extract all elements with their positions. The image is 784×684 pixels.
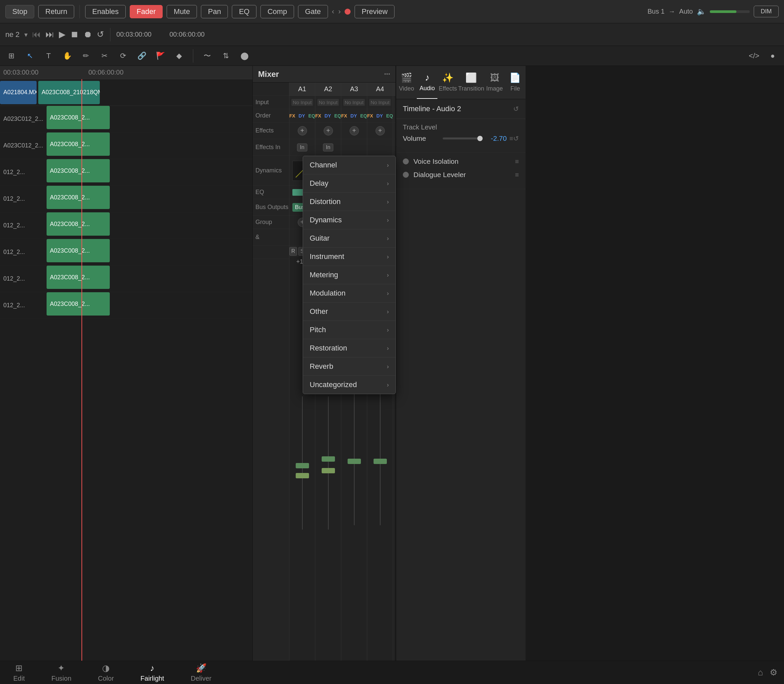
dropdown-item-reverb[interactable]: Reverb ›: [303, 358, 396, 376]
dropdown-item-distortion[interactable]: Distortion ›: [303, 193, 396, 211]
volume-slider-knob[interactable]: [477, 136, 483, 141]
fader-button[interactable]: Fader: [130, 5, 163, 18]
audio-track-content-3[interactable]: A023C008_2...: [47, 159, 253, 186]
dot-tool[interactable]: ●: [767, 50, 779, 62]
next-arrow[interactable]: ›: [338, 7, 341, 16]
tab-audio[interactable]: ♪ Audio: [417, 66, 438, 99]
tab-effects[interactable]: ✨ Effects: [438, 66, 458, 99]
volume-menu-icon[interactable]: ≡: [509, 135, 513, 142]
bottom-tab-fairlight[interactable]: ♪ Fairlight: [127, 663, 177, 682]
ch-A1-add-effect[interactable]: +: [298, 126, 307, 136]
dropdown-item-other[interactable]: Other ›: [303, 303, 396, 321]
volume-reset-icon[interactable]: ↺: [513, 134, 519, 142]
audio-track-content-2[interactable]: A023C008_2...: [47, 132, 253, 159]
link-tool[interactable]: 🔗: [136, 50, 148, 62]
enables-button[interactable]: Enables: [85, 5, 126, 18]
pen-tool[interactable]: ✏: [80, 50, 92, 62]
mixer-menu-dots[interactable]: ···: [384, 70, 390, 79]
bottom-tab-edit[interactable]: ⊞ Edit: [0, 663, 38, 682]
wave-tool[interactable]: 〜: [201, 50, 213, 62]
dialogue-leveler-dot[interactable]: [403, 172, 409, 178]
stop-tb-button[interactable]: ⏹: [70, 29, 79, 40]
ch-A2-fader-handle[interactable]: [322, 457, 335, 461]
dropdown-item-guitar[interactable]: Guitar ›: [303, 229, 396, 248]
rewind-button[interactable]: ⏮: [32, 29, 41, 40]
tab-transition[interactable]: ⬜ Transition: [458, 66, 484, 99]
audio-track-content-8[interactable]: A023C008_2...: [47, 292, 253, 319]
ch-A2-fader-handle2[interactable]: [322, 468, 335, 473]
audio-clip-4[interactable]: A023C008_2...: [47, 186, 110, 209]
dim-button[interactable]: DIM: [754, 6, 779, 17]
mute-button[interactable]: Mute: [167, 5, 197, 18]
audio-track-content-4[interactable]: A023C008_2...: [47, 186, 253, 212]
tab-video[interactable]: 🎬 Video: [396, 66, 417, 99]
voice-isolation-dot[interactable]: [403, 158, 409, 165]
dropdown-item-instrument[interactable]: Instrument ›: [303, 248, 396, 266]
audio-clip-3[interactable]: A023C008_2...: [47, 159, 110, 182]
clip-video-2[interactable]: A023C008_210218QM.MXF: [38, 81, 100, 104]
marker-tool[interactable]: ◆: [173, 50, 185, 62]
ch-A2-add-effect[interactable]: +: [324, 126, 333, 136]
audio-clip-1[interactable]: A023C008_2...: [47, 106, 110, 129]
return-button[interactable]: Return: [38, 5, 74, 18]
stop-button[interactable]: Stop: [5, 5, 34, 18]
undo-icon[interactable]: ↺: [513, 105, 519, 113]
flag-tool[interactable]: 🚩: [155, 50, 166, 62]
audio-track-content-7[interactable]: A023C008_2...: [47, 266, 253, 292]
up-down-tool[interactable]: ⇅: [220, 50, 232, 62]
ch-A1-in-btn[interactable]: In: [297, 144, 307, 152]
dropdown-item-pitch[interactable]: Pitch ›: [303, 321, 396, 339]
volume-icon[interactable]: 🔈: [697, 7, 706, 16]
home-icon[interactable]: ⌂: [758, 667, 763, 678]
tab-image[interactable]: 🖼 Image: [484, 66, 505, 99]
ch-A3-fader-handle[interactable]: [348, 459, 361, 464]
dropdown-item-delay[interactable]: Delay ›: [303, 174, 396, 193]
dropdown-item-metering[interactable]: Metering ›: [303, 266, 396, 284]
dialogue-leveler-menu[interactable]: ≡: [515, 171, 519, 179]
dropdown-item-dynamics[interactable]: Dynamics ›: [303, 211, 396, 229]
gate-button[interactable]: Gate: [298, 5, 328, 18]
ch-A1-r-btn[interactable]: R: [290, 247, 297, 256]
play-button[interactable]: ▶: [59, 29, 66, 40]
code-tool[interactable]: </>: [748, 50, 760, 62]
volume-slider-control[interactable]: [443, 137, 483, 139]
pan-button[interactable]: Pan: [201, 5, 228, 18]
audio-clip-8[interactable]: A023C008_2...: [47, 292, 110, 316]
hand-tool[interactable]: ✋: [61, 50, 73, 62]
audio-clip-5[interactable]: A023C008_2...: [47, 212, 110, 236]
bottom-tab-fusion[interactable]: ✦ Fusion: [38, 663, 84, 682]
cursor-tool[interactable]: ↖: [24, 50, 36, 62]
record-button[interactable]: ⏺: [84, 29, 92, 40]
ch-A3-add-effect[interactable]: +: [349, 126, 359, 136]
ch-A2-in-btn[interactable]: In: [323, 144, 333, 152]
loop-tool[interactable]: ⟳: [117, 50, 129, 62]
timeline-playhead[interactable]: [82, 79, 82, 661]
timeline-name[interactable]: ne 2: [5, 30, 19, 39]
settings-icon[interactable]: ⚙: [770, 667, 778, 678]
ch-A1-fader-handle2[interactable]: [296, 473, 309, 478]
dropdown-item-channel[interactable]: Channel ›: [303, 156, 396, 174]
audio-track-content-6[interactable]: A023C008_2...: [47, 239, 253, 265]
audio-track-content-1[interactable]: A023C008_2...: [47, 106, 253, 132]
volume-slider[interactable]: [710, 10, 750, 13]
clip-video-1[interactable]: A021804.MXF: [0, 81, 37, 104]
dropdown-item-modulation[interactable]: Modulation ›: [303, 284, 396, 303]
text-tool[interactable]: T: [43, 50, 55, 62]
audio-clip-7[interactable]: A023C008_2...: [47, 266, 110, 289]
ch-A4-fader-handle[interactable]: [373, 459, 387, 464]
eq-button[interactable]: EQ: [232, 5, 256, 18]
bottom-tab-deliver[interactable]: 🚀 Deliver: [177, 663, 225, 682]
comp-button[interactable]: Comp: [261, 5, 294, 18]
audio-clip-2[interactable]: A023C008_2...: [47, 132, 110, 156]
audio-track-content-5[interactable]: A023C008_2...: [47, 212, 253, 239]
grid-tool[interactable]: ⊞: [5, 50, 17, 62]
circle-tool[interactable]: ⬤: [238, 50, 251, 62]
ch-A4-add-effect[interactable]: +: [375, 126, 385, 136]
prev-arrow[interactable]: ‹: [332, 7, 334, 16]
cut-tool[interactable]: ✂: [98, 50, 110, 62]
tab-file[interactable]: 📄 File: [505, 66, 526, 99]
voice-isolation-menu[interactable]: ≡: [515, 158, 519, 165]
preview-button[interactable]: Preview: [354, 5, 394, 18]
dropdown-item-restoration[interactable]: Restoration ›: [303, 339, 396, 358]
loop-button[interactable]: ↺: [97, 29, 104, 40]
